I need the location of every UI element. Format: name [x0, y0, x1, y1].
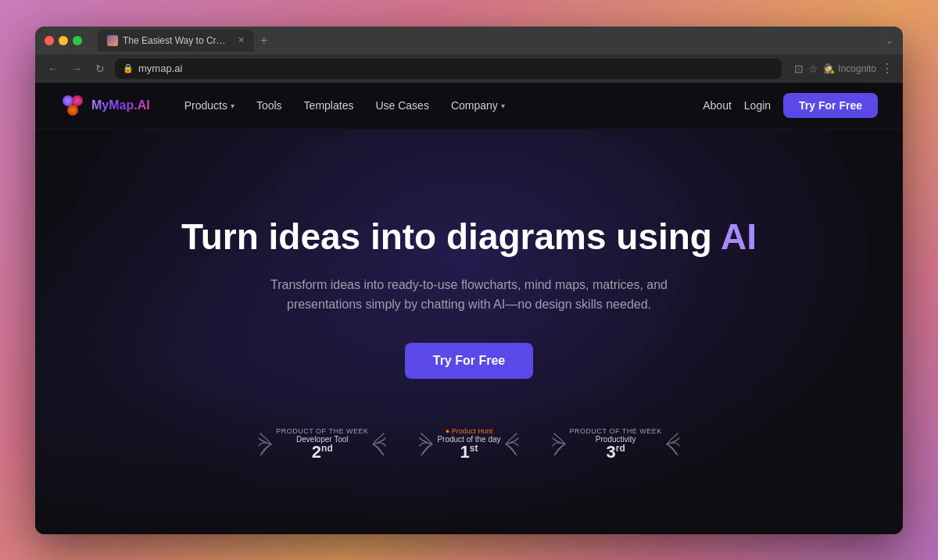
award-item-producthunt: ● Product Hunt Product of the day 1st: [418, 426, 519, 463]
active-tab[interactable]: The Easiest Way to Create Di... ✕: [98, 30, 254, 52]
award-laurel-developer: Product of The Week Developer Tool 2nd: [257, 426, 387, 463]
award-inner-developer: Product of The Week Developer Tool 2nd: [276, 427, 368, 461]
close-button[interactable]: [45, 36, 54, 45]
traffic-lights: [45, 36, 82, 45]
more-options-icon[interactable]: ⋮: [881, 61, 893, 76]
award-rank-developer: 2nd: [312, 444, 333, 461]
hero-cta-button[interactable]: Try For Free: [405, 343, 533, 379]
url-text: mymap.ai: [138, 62, 182, 74]
laurel-left-ph-icon: [418, 426, 434, 463]
login-link[interactable]: Login: [744, 99, 771, 112]
tab-bar: The Easiest Way to Create Di... ✕ +: [98, 30, 879, 52]
incognito-icon: 🕵: [823, 63, 835, 74]
use-cases-link[interactable]: Use Cases: [366, 95, 438, 116]
bookmark-icon[interactable]: ☆: [808, 62, 818, 75]
laurel-right-ph-icon: [504, 426, 520, 463]
browser-chrome: The Easiest Way to Create Di... ✕ + ⌄ ← …: [35, 27, 903, 83]
expand-icon[interactable]: ⌄: [886, 35, 893, 46]
navbar: MyMap.AI Products ▾ Tools Templates Use …: [35, 83, 903, 130]
company-link[interactable]: Company ▾: [442, 95, 514, 116]
svg-point-0: [63, 95, 73, 106]
hero-section: Turn ideas into diagrams using AI Transf…: [35, 130, 903, 534]
logo-text: MyMap.AI: [91, 98, 150, 112]
award-item-productivity: Product of The Week Productivity 3rd: [551, 426, 681, 463]
address-bar[interactable]: 🔒 mymap.ai: [115, 59, 782, 79]
about-link[interactable]: About: [703, 99, 732, 112]
laurel-left-prod-icon: [551, 426, 567, 463]
svg-point-1: [72, 95, 83, 106]
hero-title: Turn ideas into diagrams using AI: [181, 216, 757, 259]
tools-link[interactable]: Tools: [247, 95, 292, 116]
products-link[interactable]: Products ▾: [175, 95, 244, 116]
browser-window: The Easiest Way to Create Di... ✕ + ⌄ ← …: [35, 27, 903, 534]
back-button[interactable]: ←: [45, 60, 62, 77]
minimize-button[interactable]: [59, 36, 68, 45]
nav-right: About Login Try For Free: [703, 93, 878, 118]
tab-close-icon[interactable]: ✕: [238, 35, 245, 45]
logo-area[interactable]: MyMap.AI: [60, 93, 150, 118]
award-laurel-producthunt: ● Product Hunt Product of the day 1st: [418, 426, 519, 463]
address-bar-actions: ⊡ ☆ 🕵 Incognito ⋮: [794, 61, 893, 76]
tab-favicon: [107, 35, 118, 46]
maximize-button[interactable]: [73, 36, 82, 45]
products-chevron-icon: ▾: [231, 102, 234, 110]
lock-icon: 🔒: [123, 63, 134, 73]
company-chevron-icon: ▾: [501, 102, 505, 110]
producthunt-logo: ● Product Hunt: [446, 427, 492, 435]
award-laurel-productivity: Product of The Week Productivity 3rd: [551, 426, 681, 463]
nav-links: Products ▾ Tools Templates Use Cases Com…: [175, 95, 704, 116]
title-bar: The Easiest Way to Create Di... ✕ + ⌄: [35, 27, 903, 55]
award-rank-productivity: 3rd: [607, 444, 625, 461]
hero-subtitle: Transform ideas into ready-to-use flowch…: [250, 275, 688, 315]
award-inner-productivity: Product of The Week Productivity 3rd: [570, 427, 662, 461]
cast-icon[interactable]: ⊡: [794, 62, 804, 75]
logo-icon: [60, 93, 85, 118]
tab-title: The Easiest Way to Create Di...: [123, 35, 230, 46]
svg-point-2: [67, 105, 78, 116]
forward-button[interactable]: →: [68, 60, 85, 77]
award-inner-producthunt: ● Product Hunt Product of the day 1st: [437, 427, 500, 461]
website-content: MyMap.AI Products ▾ Tools Templates Use …: [35, 83, 903, 534]
laurel-right-prod-icon: [665, 426, 681, 463]
address-bar-row: ← → ↻ 🔒 mymap.ai ⊡ ☆ 🕵 Incognito ⋮: [35, 55, 903, 83]
incognito-badge: 🕵 Incognito: [823, 63, 876, 74]
new-tab-button[interactable]: +: [254, 30, 274, 51]
reload-button[interactable]: ↻: [91, 60, 109, 77]
navbar-try-free-button[interactable]: Try For Free: [783, 93, 878, 118]
templates-link[interactable]: Templates: [295, 95, 363, 116]
laurel-left-icon: [257, 426, 273, 463]
awards-row: Product of The Week Developer Tool 2nd: [257, 426, 681, 463]
incognito-label: Incognito: [838, 63, 876, 74]
laurel-right-icon: [371, 426, 387, 463]
award-rank-producthunt: 1st: [460, 444, 478, 461]
award-item-developer: Product of The Week Developer Tool 2nd: [257, 426, 387, 463]
